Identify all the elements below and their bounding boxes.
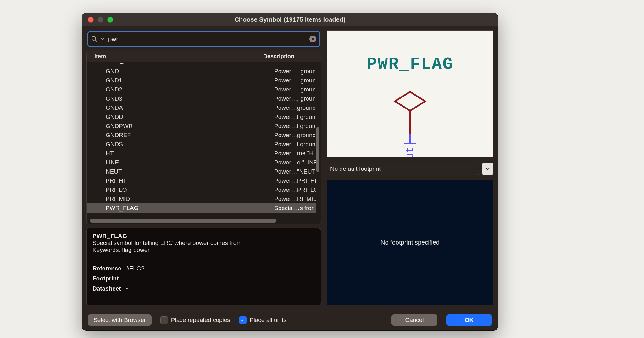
list-item-name: GND1 [87,77,269,84]
list-item-description: Power…, groun [269,68,316,75]
list-horizontal-scrollbar[interactable] [90,219,302,223]
list-item-name: GNDREF [87,132,269,139]
details-datasheet-label: Datasheet [92,285,121,292]
symbol-search-field[interactable]: ✕ [87,31,320,47]
titlebar: Choose Symbol (19175 items loaded) [82,13,498,26]
zoom-window-icon[interactable] [107,17,113,23]
svg-line-1 [95,40,97,42]
list-item[interactable]: GNDAPower…grounc [87,103,316,112]
list-item-name: PRI_MID [87,196,269,202]
pwr-flag-symbol-icon [391,90,429,137]
list-item[interactable]: GNDREFPower…grounc [87,130,316,140]
list-item[interactable]: Earth_ProtectivePower…tective [87,62,316,67]
dialog-bottom-bar: Select with Browser Place repeated copie… [82,310,498,330]
details-title: PWR_FLAG [92,233,315,240]
choose-symbol-dialog: Choose Symbol (19175 items loaded) [82,13,498,331]
list-item-name: GNDS [87,141,269,148]
list-item[interactable]: GNDDPower…l groun [87,112,316,121]
details-description: Special symbol for telling ERC where pow… [92,240,315,247]
footprint-preview[interactable]: No footprint specified [327,180,493,305]
list-item-description: Power…, groun [269,77,316,84]
list-item-name: GND2 [87,86,269,93]
clear-search-icon[interactable]: ✕ [309,36,316,42]
column-header-description[interactable]: Description [258,53,321,60]
list-item-name: PRI_HI [87,177,269,184]
list-item-name: LINE [87,159,269,166]
svg-point-0 [92,36,96,40]
list-item-name: HT [87,150,269,157]
list-item-name: GNDD [87,114,269,120]
list-item-name: PWR_FLAG [87,205,269,212]
list-item-description: Power…PRI_HI [269,177,316,184]
list-item-name: NEUT [87,168,269,175]
list-item[interactable]: GND2Power…, groun [87,85,316,94]
details-keywords: Keywords: flag power [92,247,315,253]
select-with-browser-button[interactable]: Select with Browser [88,314,152,326]
list-item[interactable]: NEUTPower…"NEUT [87,167,316,176]
checkbox-box[interactable] [160,316,168,324]
details-reference-value: #FLG? [126,265,144,272]
list-item-description: Power…grounc [269,104,316,111]
list-item[interactable]: GNDPower…, groun [87,67,316,76]
svg-marker-2 [395,92,425,111]
details-datasheet-value: ~ [126,285,129,292]
list-item[interactable]: GND3Power…, groun [87,94,316,103]
list-item-description: Power…, groun [269,86,316,93]
ok-button[interactable]: OK [446,314,492,326]
list-item-description: Power…l groun [269,141,316,148]
symbol-details-panel: PWR_FLAG Special symbol for telling ERC … [86,228,321,305]
list-item-description: Power…l groun [269,114,316,120]
list-item[interactable]: PWR_FLAGSpecial…s fron [87,203,316,213]
details-reference-label: Reference [92,265,121,272]
list-item-description: Power…RI_MID [269,196,316,202]
list-item[interactable]: PRI_LOPower…PRI_LO [87,185,316,194]
details-separator [92,259,315,259]
list-item-description: Power…e "LINE [269,159,316,166]
cancel-button[interactable]: Cancel [391,314,437,326]
footprint-select[interactable]: No default footprint [327,163,479,175]
footprint-preview-message: No footprint specified [380,239,440,246]
checkbox-box[interactable]: ✓ [239,316,247,324]
chevron-down-icon [486,167,490,171]
window-title: Choose Symbol (19175 items loaded) [234,16,345,23]
list-item-name: GNDA [87,104,269,111]
symbol-preview-label: PWR_FLAG [327,55,493,74]
list-vertical-scrollbar[interactable] [316,64,319,214]
checkbox-label: Place repeated copies [171,317,230,324]
list-item[interactable]: GNDSPower…l groun [87,140,316,149]
symbol-preview[interactable]: PWR_FLAG ut [327,30,493,157]
list-item-name: PRI_LO [87,186,269,193]
footprint-select-value: No default footprint [330,165,381,172]
list-item[interactable]: GND1Power…, groun [87,76,316,85]
details-footprint-label: Footprint [92,275,119,282]
list-header: Item Description [87,51,321,62]
list-item-description: Power…grounc [269,132,316,139]
window-traffic-lights [88,17,113,23]
list-item-description: Power…, groun [269,95,316,102]
symbol-pin-text: ut [404,147,416,157]
list-item[interactable]: PRI_MIDPower…RI_MID [87,194,316,203]
close-window-icon[interactable] [88,17,94,23]
place-repeated-checkbox[interactable]: Place repeated copies [160,316,230,324]
column-header-item[interactable]: Item [87,53,258,60]
list-item-description: Power…tective [269,62,316,64]
search-input[interactable] [108,35,306,43]
place-all-units-checkbox[interactable]: ✓ Place all units [239,316,286,324]
search-icon [91,36,97,42]
checkbox-label: Place all units [250,317,286,324]
list-item-description: Power…"NEUT [269,168,316,175]
list-item-description: Power…PRI_LO [269,186,316,193]
list-item-description: Power…l groun [269,123,316,130]
minimize-window-icon[interactable] [97,17,103,23]
footprint-dropdown-button[interactable] [482,163,493,175]
list-item-name: GND [87,68,269,75]
search-menu-chevron-icon[interactable] [101,37,104,41]
list-item[interactable]: GNDPWRPower…l groun [87,121,316,130]
list-item-name: Earth_Protective [87,62,269,64]
list-item-name: GND3 [87,95,269,102]
list-item[interactable]: LINEPower…e "LINE [87,158,316,167]
list-item[interactable]: PRI_HIPower…PRI_HI [87,176,316,185]
list-item-name: GNDPWR [87,123,269,130]
symbol-list: Item Description Earth_ProtectivePower…t… [86,51,321,224]
list-item[interactable]: HTPower…me "H" [87,149,316,158]
